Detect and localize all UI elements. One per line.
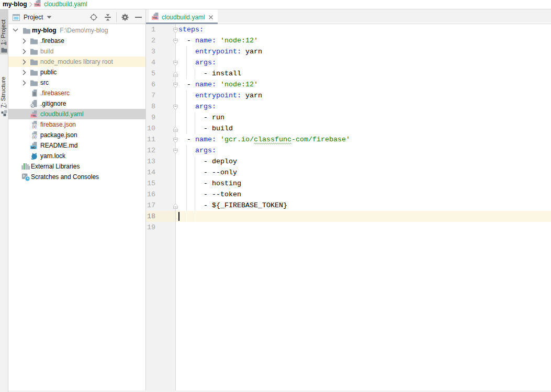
svg-text:{}: {} <box>31 135 37 139</box>
svg-text:YML: YML <box>152 16 159 19</box>
svg-text:YML: YML <box>35 3 41 6</box>
svg-text:MD: MD <box>31 146 36 149</box>
svg-text:YML: YML <box>31 114 37 117</box>
svg-text:{}: {} <box>31 125 37 129</box>
